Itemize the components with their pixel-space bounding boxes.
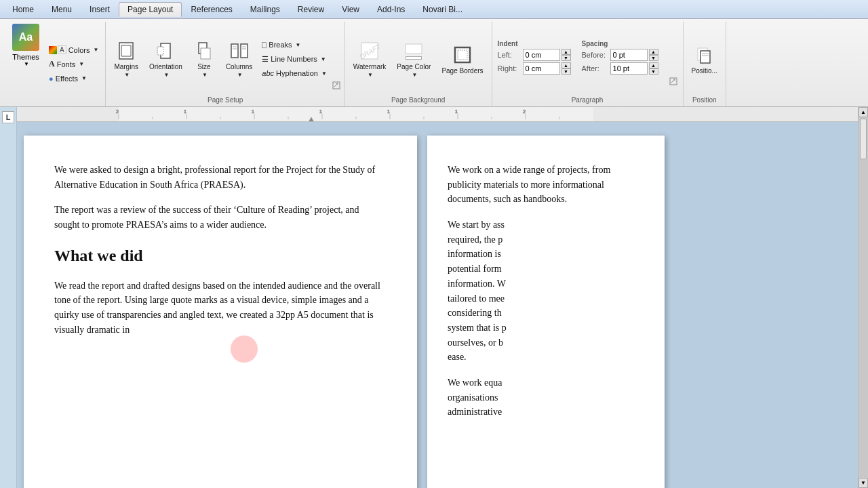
tab-home[interactable]: Home <box>3 2 43 17</box>
themes-chevron: ▼ <box>24 61 29 67</box>
spacing-after-down[interactable]: ▼ <box>649 68 658 75</box>
spacing-after-input[interactable] <box>610 62 648 75</box>
indent-spacing-group: Indent Left: ▲ ▼ Right: ▲ <box>492 22 684 106</box>
spacing-before-row: Before: ▲ ▼ <box>582 49 658 61</box>
layout-marker[interactable]: L <box>2 111 14 123</box>
indent-right-spinner: ▲ ▼ <box>561 62 571 75</box>
columns-button[interactable]: Columns ▼ <box>222 37 256 81</box>
themes-button[interactable]: Aa Themes ▼ <box>7 23 45 68</box>
page-borders-icon <box>452 44 473 66</box>
margins-button[interactable]: Margins ▼ <box>110 37 142 81</box>
hyphenation-button[interactable]: abc Hyphenation ▼ <box>259 66 329 80</box>
effects-label: Effects <box>56 75 78 83</box>
breaks-chevron: ▼ <box>296 42 301 48</box>
page-1: We were asked to design a bright, profes… <box>24 136 417 488</box>
page-setup-group: Margins ▼ Orientation ▼ <box>106 22 344 106</box>
fonts-label: Fonts <box>57 60 76 68</box>
spacing-before-up[interactable]: ▲ <box>649 49 658 55</box>
page-2-para2: We start by assrequired, the pinformatio… <box>448 218 644 365</box>
spacing-after-up[interactable]: ▲ <box>649 62 658 68</box>
page-setup-dialog-btn[interactable] <box>332 80 340 95</box>
spacing-group: Spacing Before: ▲ ▼ After: ▲ <box>582 40 658 75</box>
size-label: Size <box>197 63 210 70</box>
themes-label: Themes <box>12 53 39 61</box>
columns-label: Columns <box>226 63 252 70</box>
columns-icon <box>229 40 250 62</box>
svg-rect-6 <box>157 47 163 55</box>
position-label: Positio... <box>692 67 717 75</box>
themes-group: Aa Themes ▼ A Colors ▼ A Fonts ▼ <box>3 22 106 106</box>
paragraph-label: Paragraph <box>498 96 677 105</box>
tab-novari[interactable]: Novari Bi... <box>414 2 471 17</box>
spacing-before-input[interactable] <box>610 49 648 61</box>
page-2: We work on a wide range of projects, fro… <box>427 136 665 488</box>
svg-text:1: 1 <box>319 108 323 115</box>
line-numbers-chevron: ▼ <box>321 56 326 62</box>
colors-chevron: ▼ <box>93 47 98 53</box>
tab-addins[interactable]: Add-Ins <box>368 2 414 17</box>
svg-rect-9 <box>231 44 238 58</box>
tab-mailings[interactable]: Mailings <box>241 2 289 17</box>
effects-chevron: ▼ <box>81 75 87 81</box>
size-button[interactable]: Size ▼ <box>189 37 219 81</box>
effects-button[interactable]: ● Effects ▼ <box>46 72 101 85</box>
tab-references[interactable]: References <box>182 2 241 17</box>
watermark-icon: DRAFT <box>359 40 380 62</box>
indent-right-input[interactable] <box>523 62 560 75</box>
tab-review[interactable]: Review <box>289 2 333 17</box>
colors-button[interactable]: A Colors ▼ <box>46 43 101 57</box>
line-numbers-button[interactable]: ☰ Line Numbers ▼ <box>259 52 329 66</box>
tab-view[interactable]: View <box>333 2 368 17</box>
line-numbers-label: Line Numbers <box>271 55 317 63</box>
breaks-label: Breaks <box>269 41 292 49</box>
indent-left-down[interactable]: ▼ <box>561 55 571 61</box>
tab-insert[interactable]: Insert <box>81 2 119 17</box>
page-borders-button[interactable]: Page Borders <box>437 37 487 81</box>
horizontal-ruler: 2 1 1 1 1 1 <box>17 107 858 122</box>
svg-text:1: 1 <box>252 108 255 115</box>
watermark-label: Watermark <box>353 63 387 70</box>
indent-left-up[interactable]: ▲ <box>561 49 571 55</box>
spacing-before-spinner: ▲ ▼ <box>649 49 658 61</box>
indent-left-input[interactable] <box>523 49 560 61</box>
page-setup-label: Page Setup <box>110 96 340 105</box>
spacing-before-down[interactable]: ▼ <box>649 55 658 61</box>
columns-chevron: ▼ <box>237 72 243 78</box>
ribbon: Aa Themes ▼ A Colors ▼ A Fonts ▼ <box>0 19 868 107</box>
breaks-button[interactable]: ⎕ Breaks ▼ <box>259 38 329 52</box>
hyphenation-label: Hyphenation <box>276 69 318 77</box>
svg-rect-10 <box>241 44 248 58</box>
tab-page-layout[interactable]: Page Layout <box>119 2 182 17</box>
position-button[interactable]: Positio... <box>688 37 722 81</box>
fonts-icon: A <box>49 59 55 69</box>
indent-right-down[interactable]: ▼ <box>561 68 571 75</box>
svg-text:1: 1 <box>387 108 391 115</box>
svg-rect-18 <box>406 44 422 54</box>
tab-menu[interactable]: Menu <box>43 2 81 17</box>
svg-text:2: 2 <box>116 108 119 115</box>
fonts-button[interactable]: A Fonts ▼ <box>46 58 101 71</box>
hyphenation-icon: abc <box>262 69 274 77</box>
position-group-label: Position <box>688 96 722 105</box>
page-1-content: We were asked to design a bright, profes… <box>54 163 387 338</box>
scroll-thumb[interactable] <box>860 119 867 159</box>
paragraph-dialog-btn[interactable] <box>669 76 677 91</box>
orientation-chevron: ▼ <box>163 72 169 78</box>
scroll-up-btn[interactable]: ▲ <box>859 107 868 117</box>
orientation-label: Orientation <box>149 63 182 70</box>
position-icon <box>694 44 715 66</box>
scroll-track <box>859 117 868 478</box>
page-color-button[interactable]: Page Color ▼ <box>393 37 435 81</box>
watermark-button[interactable]: DRAFT Watermark ▼ <box>349 37 391 81</box>
size-icon <box>193 40 215 62</box>
vertical-scrollbar[interactable]: ▲ ▼ <box>858 107 868 488</box>
themes-small-btns: A Colors ▼ A Fonts ▼ ● Effects ▼ <box>46 23 101 105</box>
scroll-down-btn[interactable]: ▼ <box>859 478 868 488</box>
position-group: Positio... Position <box>684 22 726 106</box>
orientation-button[interactable]: Orientation ▼ <box>145 37 186 81</box>
svg-rect-23 <box>701 51 710 63</box>
page-color-chevron: ▼ <box>412 72 417 78</box>
page-2-para1: We work on a wide range of projects, fro… <box>448 163 644 207</box>
indent-label: Indent <box>498 40 571 47</box>
indent-right-up[interactable]: ▲ <box>561 62 571 68</box>
